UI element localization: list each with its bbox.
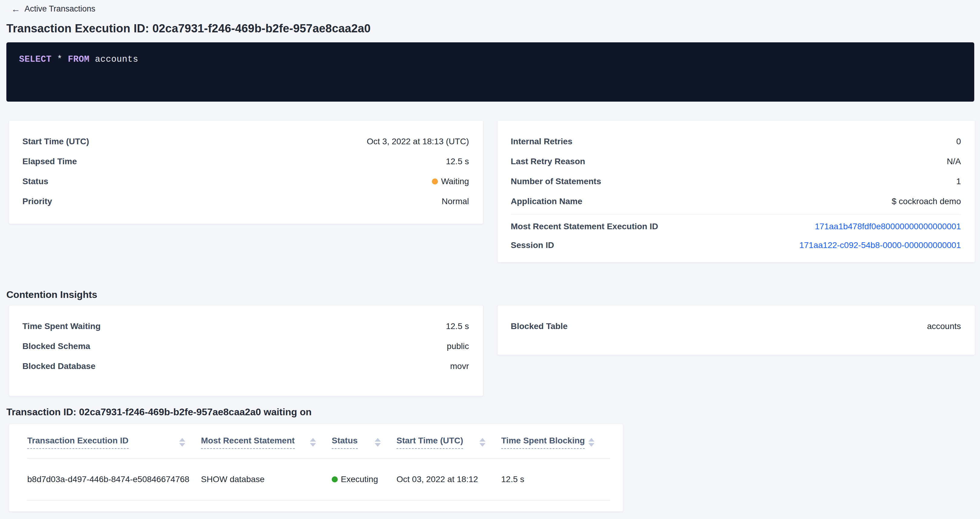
row-value: $ cockroach demo	[892, 197, 961, 206]
cell-status: Executing	[332, 475, 396, 484]
summary-row-application-name: Application Name $ cockroach demo	[511, 192, 961, 211]
status-text: Waiting	[441, 177, 469, 186]
row-value: Normal	[442, 197, 469, 206]
row-value: 1	[956, 177, 961, 186]
back-link-active-transactions[interactable]: ← Active Transactions	[11, 4, 95, 14]
row-label: Priority	[22, 197, 52, 206]
contention-cards-row: Time Spent Waiting 12.5 s Blocked Schema…	[9, 305, 975, 396]
contention-card-left: Time Spent Waiting 12.5 s Blocked Schema…	[9, 305, 483, 396]
waiting-on-table-card: Transaction Execution ID Most Recent Sta…	[9, 424, 623, 512]
row-label: Blocked Schema	[22, 341, 90, 351]
sql-table-name: accounts	[95, 54, 138, 64]
sql-keyword-from: FROM	[68, 54, 89, 64]
transaction-details-page: ← Active Transactions Transaction Execut…	[0, 0, 980, 512]
session-id-link[interactable]: 171aa122-c092-54b8-0000-000000000001	[799, 240, 961, 250]
column-header-start-time[interactable]: Start Time (UTC)	[396, 436, 501, 449]
column-header-transaction-execution-id[interactable]: Transaction Execution ID	[27, 436, 201, 449]
summary-row-elapsed-time: Elapsed Time 12.5 s	[22, 152, 469, 171]
contention-card-right: Blocked Table accounts	[497, 305, 975, 355]
contention-row-time-spent-waiting: Time Spent Waiting 12.5 s	[22, 316, 469, 336]
row-value: 0	[956, 137, 961, 146]
waiting-on-table: Transaction Execution ID Most Recent Sta…	[27, 424, 610, 500]
status-badge: Waiting	[432, 177, 469, 186]
page-title: Transaction Execution ID: 02ca7931-f246-…	[6, 22, 975, 35]
column-header-status[interactable]: Status	[332, 436, 396, 449]
cell-most-recent-statement: SHOW database	[201, 475, 332, 484]
summary-card-right: Internal Retries 0 Last Retry Reason N/A…	[497, 121, 975, 262]
statement-execution-id-link[interactable]: 171aa1b478fdf0e80000000000000001	[815, 222, 961, 232]
summary-row-session-id: Session ID 171aa122-c092-54b8-0000-00000…	[511, 236, 961, 255]
summary-row-number-of-statements: Number of Statements 1	[511, 171, 961, 192]
row-value: movr	[450, 362, 469, 371]
sql-keyword-select: SELECT	[19, 54, 51, 64]
row-label: Start Time (UTC)	[22, 137, 89, 146]
cell-time-spent-blocking: 12.5 s	[501, 475, 610, 484]
summary-card-left: Start Time (UTC) Oct 3, 2022 at 18:13 (U…	[9, 121, 483, 224]
sort-icon[interactable]	[310, 438, 316, 447]
column-header-label: Most Recent Statement	[201, 436, 295, 449]
column-header-label: Status	[332, 436, 358, 449]
back-link-label: Active Transactions	[24, 4, 95, 14]
table-row: b8d7d03a-d497-446b-8474-e50846674768 SHO…	[27, 459, 610, 500]
sql-statement-box: SELECT * FROM accounts	[6, 42, 974, 102]
row-value: accounts	[927, 322, 961, 331]
status-waiting-dot-icon	[432, 178, 438, 184]
summary-row-statement-execution-id: Most Recent Statement Execution ID 171aa…	[511, 217, 961, 236]
row-label: Internal Retries	[511, 137, 573, 146]
contention-row-blocked-table: Blocked Table accounts	[511, 316, 961, 336]
status-text: Executing	[341, 475, 378, 484]
summary-row-internal-retries: Internal Retries 0	[511, 132, 961, 152]
status-executing-dot-icon	[332, 476, 338, 482]
row-label: Blocked Database	[22, 362, 95, 371]
sort-icon[interactable]	[479, 438, 485, 447]
row-label: Status	[22, 177, 48, 186]
column-header-label: Transaction Execution ID	[27, 436, 129, 449]
column-header-most-recent-statement[interactable]: Most Recent Statement	[201, 436, 332, 449]
card-divider	[511, 214, 961, 215]
sql-star: *	[57, 54, 62, 64]
row-value: public	[447, 341, 469, 351]
row-label: Time Spent Waiting	[22, 322, 100, 331]
row-label: Most Recent Statement Execution ID	[511, 222, 658, 232]
sort-icon[interactable]	[375, 438, 381, 447]
row-value: 12.5 s	[446, 157, 469, 167]
summary-row-status: Status Waiting	[22, 171, 469, 192]
summary-row-start-time: Start Time (UTC) Oct 3, 2022 at 18:13 (U…	[22, 132, 469, 152]
row-value: 12.5 s	[446, 322, 469, 331]
sort-icon[interactable]	[589, 438, 594, 447]
cell-start-time: Oct 03, 2022 at 18:12	[396, 475, 501, 484]
contention-insights-heading: Contention Insights	[6, 289, 975, 300]
row-label: Blocked Table	[511, 322, 568, 331]
row-label: Session ID	[511, 240, 554, 250]
table-header-row: Transaction Execution ID Most Recent Sta…	[27, 424, 610, 459]
row-label: Application Name	[511, 197, 582, 206]
contention-row-blocked-schema: Blocked Schema public	[22, 336, 469, 356]
summary-row-priority: Priority Normal	[22, 192, 469, 211]
sort-icon[interactable]	[179, 438, 185, 447]
summary-row-last-retry-reason: Last Retry Reason N/A	[511, 152, 961, 171]
contention-row-blocked-database: Blocked Database movr	[22, 356, 469, 376]
row-label: Last Retry Reason	[511, 157, 585, 167]
row-label: Number of Statements	[511, 177, 601, 186]
column-header-label: Time Spent Blocking	[501, 436, 585, 449]
summary-cards-row: Start Time (UTC) Oct 3, 2022 at 18:13 (U…	[9, 121, 975, 262]
back-arrow-icon: ←	[11, 5, 20, 14]
row-value: Oct 3, 2022 at 18:13 (UTC)	[367, 137, 469, 146]
row-value: N/A	[947, 157, 961, 167]
column-header-time-spent-blocking[interactable]: Time Spent Blocking	[501, 436, 610, 449]
cell-transaction-execution-id: b8d7d03a-d497-446b-8474-e50846674768	[27, 475, 201, 484]
column-header-label: Start Time (UTC)	[396, 436, 463, 449]
waiting-on-heading: Transaction ID: 02ca7931-f246-469b-b2fe-…	[6, 406, 975, 418]
row-label: Elapsed Time	[22, 157, 77, 167]
